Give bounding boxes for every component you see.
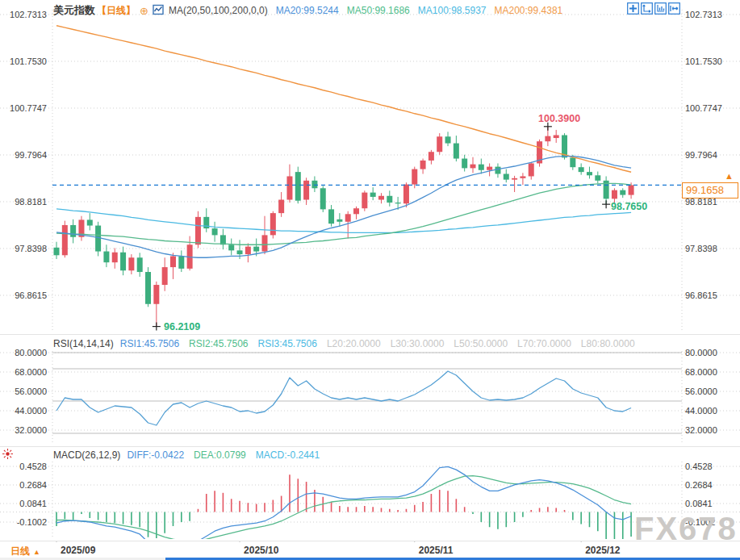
svg-text:99.7964: 99.7964 (15, 150, 47, 160)
macd-diff-value: DIFF:-0.0422 (127, 449, 184, 461)
svg-text:0.2684: 0.2684 (19, 480, 47, 490)
svg-text:98.8181: 98.8181 (15, 197, 47, 207)
swing-low-annotation: 98.7650 (611, 201, 647, 212)
svg-text:68.0000: 68.0000 (15, 367, 47, 377)
macd-macd-value: MACD:-0.2441 (256, 449, 320, 461)
svg-text:101.7530: 101.7530 (685, 56, 722, 66)
scale-bars-icon[interactable] (654, 2, 667, 15)
svg-text:0.2684: 0.2684 (685, 480, 713, 490)
svg-text:101.7530: 101.7530 (10, 56, 47, 66)
period-selector[interactable]: 日线▲ (10, 545, 40, 558)
period-dropdown-arrow-icon: ▲ (33, 548, 40, 556)
macd-dea-value: DEA:0.0799 (194, 449, 246, 461)
svg-text:100.7747: 100.7747 (685, 103, 722, 113)
ma-settings-label[interactable]: MA(20,50,100,200,0,0) (169, 5, 268, 16)
main-chart-header: 美元指数 【日线】 ⊕ MA(20,50,100,200,0,0) MA20:9… (53, 2, 562, 19)
rsi-l30-value: L30:30.0000 (391, 338, 445, 349)
date-label: 2025/11 (419, 545, 454, 556)
date-label: 2025/09 (61, 545, 95, 556)
svg-text:0.0841: 0.0841 (685, 499, 713, 508)
svg-text:0.0841: 0.0841 (19, 499, 47, 508)
rsi-l20-value: L20:20.0000 (327, 338, 381, 349)
macd-settings-label[interactable]: MACD(26,12,9) (53, 449, 120, 461)
svg-text:100.7747: 100.7747 (10, 103, 47, 113)
ma50-value: MA50:99.1686 (347, 5, 410, 16)
svg-text:44.0000: 44.0000 (15, 406, 47, 416)
ma20-value: MA20:99.5244 (276, 5, 339, 16)
current-price-tag: 99.1658 (682, 182, 738, 199)
rsi2-value: RSI2:45.7506 (189, 338, 248, 349)
chart-toolbar (627, 2, 680, 15)
svg-text:80.0000: 80.0000 (15, 348, 47, 357)
fx-chart-app: 102.7313102.7313101.7530101.7530100.7747… (0, 0, 740, 560)
period-tag[interactable]: 【日线】 (97, 4, 136, 18)
panel-separator (0, 446, 740, 447)
panel-separator (0, 334, 740, 335)
macd-header: MACD(26,12,9) DIFF:-0.0422 DEA:0.0799 MA… (53, 449, 320, 462)
rsi-l70-value: L70:70.0000 (517, 338, 571, 349)
scale-axis-icon[interactable] (641, 2, 653, 15)
rsi-settings-label[interactable]: RSI(14,14,14) (53, 338, 114, 349)
svg-text:99.7964: 99.7964 (685, 150, 717, 160)
svg-text:0.4528: 0.4528 (685, 462, 713, 471)
date-label: 2025/12 (585, 545, 620, 556)
svg-text:97.8398: 97.8398 (685, 244, 717, 253)
svg-text:102.7313: 102.7313 (10, 10, 47, 19)
svg-text:97.8398: 97.8398 (15, 244, 47, 253)
svg-text:68.0000: 68.0000 (685, 367, 717, 377)
instrument-title: 美元指数 (53, 3, 95, 18)
rsi-l50-value: L50:50.0000 (454, 338, 508, 349)
svg-text:102.7313: 102.7313 (685, 10, 722, 19)
candlestick-chart-icon[interactable] (153, 4, 164, 18)
period-label: 日线 (10, 545, 30, 557)
time-axis-bar: 日线▲ 2025/092025/102025/112025/12 (0, 542, 740, 558)
panel-separator (0, 541, 740, 541)
live-indicator-icon[interactable] (2, 448, 14, 460)
svg-text:0.4528: 0.4528 (19, 462, 47, 471)
svg-text:96.8615: 96.8615 (685, 290, 717, 300)
low-price-annotation: 96.2109 (164, 321, 200, 332)
rsi1-value: RSI1:45.7506 (120, 338, 179, 349)
svg-text:96.8615: 96.8615 (15, 290, 47, 300)
ma100-value: MA100:98.5937 (418, 5, 487, 16)
svg-text:32.0000: 32.0000 (685, 425, 717, 435)
exit-right-icon[interactable] (668, 2, 680, 15)
svg-text:32.0000: 32.0000 (15, 425, 47, 435)
date-label: 2025/10 (244, 545, 278, 556)
svg-text:56.0000: 56.0000 (685, 387, 717, 396)
rsi-l80-value: L80:80.0000 (581, 338, 635, 349)
ma200-value: MA200:99.4381 (495, 5, 563, 16)
price-up-arrow-icon: ▲ (725, 171, 734, 181)
svg-text:44.0000: 44.0000 (685, 406, 717, 416)
svg-text:80.0000: 80.0000 (685, 348, 717, 357)
svg-text:-0.1002: -0.1002 (17, 517, 47, 527)
rsi3-value: RSI3:45.7506 (258, 338, 317, 349)
rsi-header: RSI(14,14,14) RSI1:45.7506 RSI2:45.7506 … (53, 337, 635, 350)
crosshair-icon[interactable] (627, 2, 639, 15)
svg-text:56.0000: 56.0000 (15, 387, 47, 396)
high-price-annotation: 100.3900 (538, 113, 580, 124)
chart-canvas[interactable]: 102.7313102.7313101.7530101.7530100.7747… (0, 0, 740, 560)
add-indicator-icon[interactable]: ⊕ (140, 5, 148, 17)
